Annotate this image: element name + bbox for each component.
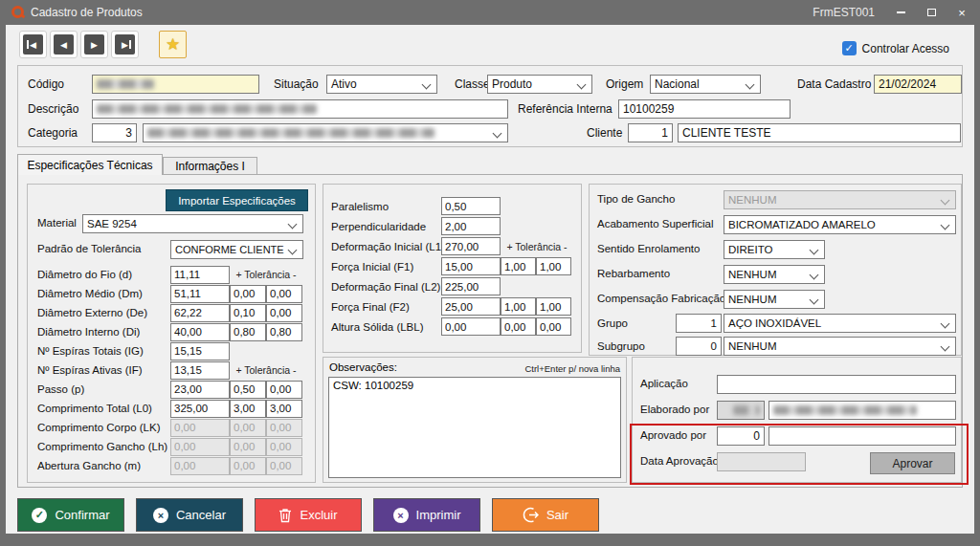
referencia-field[interactable] — [618, 99, 791, 119]
classe-select[interactable]: Produto — [487, 75, 592, 94]
spec-row: Força Inicial (F1) — [331, 256, 573, 276]
tab-informacoes-i[interactable]: Informações I — [163, 157, 257, 175]
favorite-button[interactable]: ★ — [159, 31, 187, 58]
material-label: Material — [37, 217, 77, 229]
tab-especificacoes-tecnicas[interactable]: Especificações Técnicas — [17, 154, 163, 175]
grupo-code-field[interactable] — [676, 314, 722, 333]
rebarbamento-select[interactable]: NENHUM — [724, 265, 825, 284]
app-window: Cadastro de Produtos FrmEST001 × ◀ ◀ ▶ ▶… — [0, 0, 980, 546]
spec-row: Altura Sólida (LBL) — [331, 317, 573, 337]
tolerance-plus-input[interactable] — [230, 285, 266, 303]
nav-first-button[interactable]: ◀ — [19, 31, 47, 58]
sair-button[interactable]: Sair — [492, 498, 599, 532]
redacted-text — [97, 79, 154, 89]
aprovado-code-field[interactable] — [717, 426, 765, 446]
checkbox-check-icon: ✓ — [842, 41, 857, 55]
excluir-button[interactable]: Excluir — [255, 498, 362, 532]
controlar-acesso-checkbox[interactable]: ✓ Controlar Acesso — [842, 41, 949, 55]
categoria-code-field[interactable] — [92, 123, 137, 142]
aprovar-button[interactable]: Aprovar — [870, 452, 955, 474]
tolerance-minus-input[interactable] — [266, 304, 302, 322]
spec-value-input[interactable] — [441, 317, 501, 336]
spec-value-input[interactable] — [170, 361, 230, 380]
descricao-field[interactable] — [92, 99, 508, 119]
first-record-icon: ◀ — [23, 34, 43, 55]
observacoes-textarea[interactable]: CSW: 10100259 — [328, 377, 621, 478]
tolerance-minus-input[interactable] — [266, 323, 302, 341]
spec-row: Abertura Gancho (m) — [37, 456, 302, 475]
spec-value-input[interactable] — [441, 237, 501, 255]
nav-last-button[interactable]: ▶ — [111, 31, 139, 58]
spec-row: Comprimento Corpo (LK) — [37, 418, 302, 437]
spec-row: Nº Espíras Totais (IG) — [37, 341, 302, 360]
tolerance-minus-input[interactable] — [536, 297, 571, 316]
spec-value-input[interactable] — [441, 257, 501, 275]
spec-value-input[interactable] — [441, 277, 501, 295]
tolerance-minus-input[interactable] — [266, 381, 302, 399]
spec-value-input[interactable] — [170, 342, 230, 360]
tolerance-minus-input[interactable] — [266, 285, 302, 303]
spec-value-input[interactable] — [441, 217, 501, 235]
star-icon: ★ — [166, 36, 180, 53]
nav-prev-button[interactable]: ◀ — [50, 31, 78, 58]
aprovado-name-field[interactable] — [768, 426, 956, 446]
compensacao-select[interactable]: NENHUM — [724, 290, 825, 309]
tolerance-plus-input[interactable] — [230, 323, 266, 341]
confirmar-button[interactable]: ✓ Confirmar — [17, 498, 124, 532]
tolerance-plus-input[interactable] — [230, 400, 266, 418]
close-icon[interactable]: × — [953, 4, 970, 21]
cliente-code-field[interactable] — [628, 123, 673, 142]
subgrupo-code-field[interactable] — [676, 337, 722, 356]
sentido-select[interactable]: DIREITO — [724, 240, 825, 259]
spec-value-input[interactable] — [170, 304, 230, 322]
material-value: SAE 9254 — [87, 218, 137, 229]
spec-row-label: Comprimento Total (L0) — [37, 403, 170, 414]
spec-value-input[interactable] — [441, 197, 501, 215]
imprimir-button[interactable]: × Imprimir — [373, 498, 480, 532]
tolerance-plus-input[interactable] — [230, 304, 266, 322]
tolerance-plus-input[interactable] — [501, 257, 536, 275]
chevron-down-icon — [941, 319, 950, 329]
situacao-select[interactable]: Ativo — [326, 75, 437, 94]
spec-value-input[interactable] — [170, 266, 230, 284]
spec-value-input[interactable] — [441, 297, 501, 316]
importar-especificacoes-button[interactable]: Importar Especificações — [166, 189, 308, 211]
grupo-select[interactable]: AÇO INOXIDÁVEL — [724, 314, 956, 333]
minimize-icon[interactable] — [892, 4, 909, 21]
codigo-field[interactable] — [92, 75, 259, 94]
aplicacao-field[interactable] — [717, 375, 956, 394]
subgrupo-select[interactable]: NENHUM — [724, 337, 956, 356]
spec-value-input[interactable] — [170, 400, 230, 418]
tolerance-minus-input[interactable] — [536, 257, 571, 275]
spec-row: Diâmetro Médio (Dm) — [37, 284, 302, 303]
cancelar-button[interactable]: × Cancelar — [136, 498, 243, 532]
acabamento-select[interactable]: BICROMATIZADO AMARELO — [724, 215, 956, 234]
tolerance-minus-input[interactable] — [536, 317, 571, 336]
origem-select[interactable]: Nacional — [650, 75, 761, 94]
data-cadastro-field[interactable] — [874, 75, 962, 94]
tolerance-minus-input — [266, 438, 302, 456]
tolerance-plus-input[interactable] — [501, 297, 536, 316]
subgrupo-label: Subgrupo — [597, 340, 645, 352]
tolerance-minus-input[interactable] — [266, 400, 302, 418]
app-logo-icon — [11, 6, 24, 18]
grupo-label: Grupo — [597, 317, 628, 329]
redacted-text — [773, 405, 917, 415]
maximize-icon[interactable] — [923, 4, 940, 21]
spec-row: Força Final (F2) — [331, 296, 573, 317]
cliente-name-field[interactable] — [678, 123, 961, 142]
padrao-tolerancia-select[interactable]: CONFORME CLIENTE — [170, 240, 303, 259]
subgrupo-value: NENHUM — [728, 340, 776, 352]
categoria-select[interactable] — [143, 123, 508, 142]
tolerance-plus-input[interactable] — [230, 381, 266, 399]
sentido-label: Sentido Enrolamento — [597, 243, 700, 254]
data-cadastro-label: Data Cadastro — [797, 77, 871, 91]
spec-value-input[interactable] — [170, 285, 230, 303]
spec-value-input[interactable] — [170, 381, 230, 399]
details-groupbox: Tipo de Gancho NENHUM Acabamento Superfi… — [589, 184, 962, 356]
nav-next-button[interactable]: ▶ — [80, 31, 108, 58]
classe-label: Classe — [455, 77, 490, 91]
tolerance-plus-input[interactable] — [501, 317, 536, 336]
spec-value-input[interactable] — [170, 323, 230, 341]
material-select[interactable]: SAE 9254 — [82, 214, 303, 233]
